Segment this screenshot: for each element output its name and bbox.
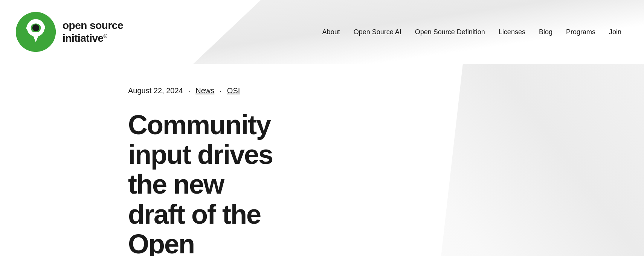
logo-line2: initiative® [63, 32, 123, 45]
nav-open-source-definition[interactable]: Open Source Definition [415, 28, 485, 36]
article-title: Community input drives the new draft of … [128, 110, 286, 256]
article-meta: August 22, 2024 · News · OSI [0, 64, 644, 106]
article-title-container: Community input drives the new draft of … [0, 106, 414, 256]
article-category-osi[interactable]: OSI [227, 86, 240, 95]
osi-logo-icon [15, 11, 56, 53]
site-header: open source initiative® About Open Sourc… [0, 0, 644, 64]
article-category-news[interactable]: News [195, 86, 214, 95]
logo-line1: open source [63, 20, 123, 31]
meta-dot-1: · [188, 86, 191, 95]
nav-about[interactable]: About [322, 28, 340, 36]
meta-dot-2: · [220, 86, 222, 95]
main-nav: About Open Source AI Open Source Definit… [322, 28, 621, 36]
nav-blog[interactable]: Blog [539, 28, 552, 36]
svg-point-1 [32, 24, 39, 31]
article-date: August 22, 2024 [128, 86, 183, 95]
nav-licenses[interactable]: Licenses [499, 28, 525, 36]
logo-area[interactable]: open source initiative® [15, 11, 123, 53]
logo-text: open source initiative® [63, 19, 123, 44]
main-content: August 22, 2024 · News · OSI Community i… [0, 64, 644, 256]
nav-programs[interactable]: Programs [566, 28, 595, 36]
nav-open-source-ai[interactable]: Open Source AI [354, 28, 401, 36]
nav-join[interactable]: Join [609, 28, 621, 36]
